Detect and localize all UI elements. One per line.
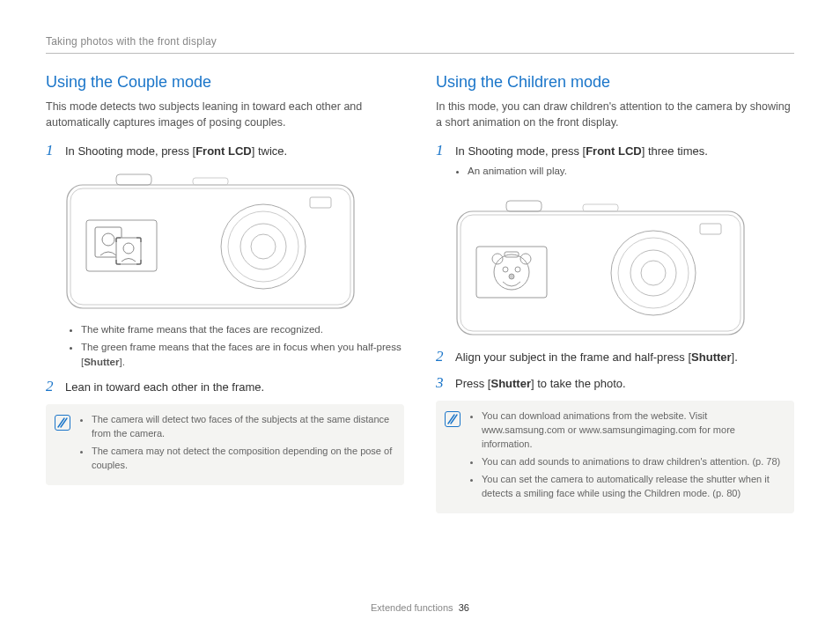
camera-svg [455,195,746,336]
svg-point-19 [618,238,689,308]
step-text: In Shooting mode, press [Front LCD] twic… [65,143,404,160]
note-item: You can download animations from the web… [482,409,784,452]
svg-point-5 [228,211,298,282]
svg-point-29 [509,274,514,279]
step-1-children: 1 In Shooting mode, press [Front LCD] th… [436,143,794,187]
page-number: 36 [459,602,469,613]
camera-illustration-couple [65,169,404,313]
svg-point-20 [630,250,676,296]
text-fragment: ]. [732,350,738,364]
note-box-children: You can download animations from the web… [436,401,794,513]
note-icon [55,415,70,431]
svg-point-13 [123,243,134,254]
note-list: You can download animations from the web… [469,409,784,505]
bullet-item: The white frame means that the faces are… [81,322,404,337]
step-text: Align your subject in the frame and half… [455,349,794,366]
text-fragment: ] twice. [252,144,287,158]
sub-bullet-list: An animation will play. [455,164,794,179]
note-item: You can add sounds to animations to draw… [482,455,784,469]
intro-couple: This mode detects two subjects leaning i… [46,99,404,130]
svg-rect-3 [193,178,228,185]
svg-point-7 [251,234,276,259]
svg-point-18 [611,231,696,315]
text-fragment: In Shooting mode, press [ [65,144,195,158]
step-number: 3 [436,375,448,393]
breadcrumb: Taking photos with the front display [46,35,794,54]
note-item: The camera will detect two faces of the … [92,413,394,441]
text-fragment: ]. [119,357,124,367]
step-2-children: 2 Align your subject in the frame and ha… [436,349,794,366]
note-box-couple: The camera will detect two faces of the … [46,404,404,485]
text-fragment: ] three times. [642,144,708,158]
svg-rect-2 [116,174,151,185]
svg-rect-17 [583,204,618,211]
step-number: 2 [436,349,448,366]
step-2-couple: 2 Lean in toward each other in the frame… [46,379,404,396]
step-3-children: 3 Press [Shutter] to take the photo. [436,375,794,393]
svg-rect-8 [310,197,331,208]
note-item: The camera may not detect the compositio… [92,445,394,473]
step-text: In Shooting mode, press [Front LCD] thre… [455,143,794,187]
bullet-item: An animation will play. [468,164,794,179]
step-number: 1 [46,143,58,160]
bullet-list-couple: The white frame means that the faces are… [69,322,404,370]
heading-children-mode: Using the Children mode [436,73,794,92]
text-fragment: Align your subject in the frame and half… [455,350,691,364]
text-fragment: The green frame means that the faces are… [81,342,402,367]
bullet-item: The green frame means that the faces are… [81,340,404,369]
camera-svg [65,169,356,310]
step-number: 2 [46,379,58,396]
page-footer: Extended functions 36 [0,602,840,613]
text-fragment: ] to take the photo. [531,377,626,390]
note-list: The camera will detect two faces of the … [79,413,394,476]
text-bold: Shutter [490,377,531,390]
column-couple-mode: Using the Couple mode This mode detects … [46,73,404,513]
step-text: Lean in toward each other in the frame. [65,379,404,396]
text-bold: Front LCD [195,144,252,158]
svg-point-6 [240,224,286,269]
text-bold: Shutter [84,357,119,367]
manual-page: Taking photos with the front display Usi… [0,0,840,634]
footer-section: Extended functions [371,602,453,613]
step-text: Press [Shutter] to take the photo. [455,375,794,393]
column-children-mode: Using the Children mode In this mode, yo… [436,73,794,513]
note-icon [445,411,461,427]
step-1-couple: 1 In Shooting mode, press [Front LCD] tw… [46,143,404,160]
heading-couple-mode: Using the Couple mode [46,73,404,92]
svg-rect-16 [506,201,542,211]
step-number: 1 [436,143,448,187]
svg-point-21 [641,261,666,285]
intro-children: In this mode, you can draw children's at… [436,99,794,130]
camera-illustration-children [455,195,794,340]
text-fragment: Press [ [455,377,490,390]
text-bold: Front LCD [586,144,642,158]
text-fragment: In Shooting mode, press [ [455,144,586,158]
text-bold: Shutter [691,350,732,364]
svg-rect-22 [700,224,721,234]
note-item: You can set the camera to automatically … [482,473,784,501]
svg-point-4 [221,204,306,289]
svg-point-11 [102,233,114,246]
content-columns: Using the Couple mode This mode detects … [46,73,794,513]
